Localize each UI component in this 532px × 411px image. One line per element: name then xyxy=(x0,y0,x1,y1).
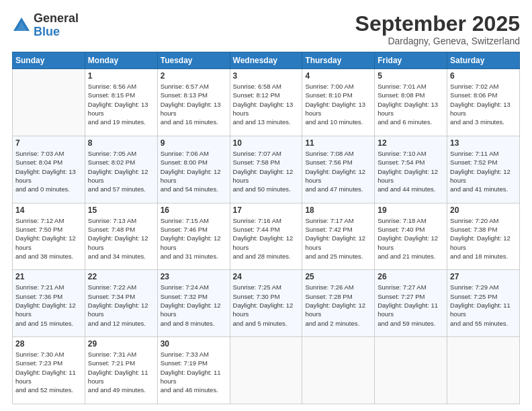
daylight-text-1: Daylight: Daylight: 12 hours xyxy=(161,234,227,252)
sunset-text: Sunset: 7:32 PM xyxy=(161,292,227,301)
sunset-text: Sunset: 8:10 PM xyxy=(305,91,371,99)
sunrise-text: Sunrise: 7:01 AM xyxy=(378,82,444,91)
sunrise-text: Sunrise: 7:21 AM xyxy=(15,283,82,291)
daylight-text-2: and and 47 minutes. xyxy=(305,185,371,193)
sunset-text: Sunset: 8:04 PM xyxy=(15,158,82,167)
daylight-text-2: and and 38 minutes. xyxy=(15,252,82,261)
daylight-text-1: Daylight: Daylight: 12 hours xyxy=(233,234,300,252)
sunset-text: Sunset: 7:34 PM xyxy=(88,292,154,301)
daylight-text-1: Daylight: Daylight: 13 hours xyxy=(450,100,517,118)
calendar-cell: 17Sunrise: 7:16 AMSunset: 7:44 PMDayligh… xyxy=(230,203,302,270)
daylight-text-1: Daylight: Daylight: 13 hours xyxy=(88,100,154,118)
daylight-text-2: and and 57 minutes. xyxy=(88,185,154,193)
day-number: 18 xyxy=(305,205,371,215)
sunset-text: Sunset: 8:15 PM xyxy=(88,91,154,99)
day-number: 26 xyxy=(378,272,444,281)
calendar-cell: 18Sunrise: 7:17 AMSunset: 7:42 PMDayligh… xyxy=(302,203,375,270)
daylight-text-1: Daylight: Daylight: 12 hours xyxy=(305,301,371,319)
sunset-text: Sunset: 7:48 PM xyxy=(88,225,154,234)
sunset-text: Sunset: 8:06 PM xyxy=(450,91,517,99)
calendar-cell: 20Sunrise: 7:20 AMSunset: 7:38 PMDayligh… xyxy=(447,203,520,270)
daylight-text-1: Daylight: Daylight: 12 hours xyxy=(378,234,444,252)
sunset-text: Sunset: 7:23 PM xyxy=(15,359,82,367)
sunrise-text: Sunrise: 7:12 AM xyxy=(15,216,82,225)
calendar-week-row: 14Sunrise: 7:12 AMSunset: 7:50 PMDayligh… xyxy=(13,203,520,270)
sunrise-text: Sunrise: 7:27 AM xyxy=(378,283,444,291)
day-number: 6 xyxy=(450,71,517,81)
daylight-text-2: and and 6 minutes. xyxy=(378,118,444,126)
calendar-cell: 21Sunrise: 7:21 AMSunset: 7:36 PMDayligh… xyxy=(13,270,85,337)
daylight-text-1: Daylight: Daylight: 13 hours xyxy=(305,100,371,118)
sunset-text: Sunset: 7:56 PM xyxy=(305,158,371,167)
daylight-text-1: Daylight: Daylight: 11 hours xyxy=(378,301,444,319)
day-number: 16 xyxy=(161,205,227,215)
logo-icon xyxy=(12,16,31,35)
daylight-text-1: Daylight: Daylight: 13 hours xyxy=(15,167,82,185)
day-number: 13 xyxy=(450,138,517,148)
calendar-table: SundayMondayTuesdayWednesdayThursdayFrid… xyxy=(12,52,520,404)
daylight-text-2: and and 52 minutes. xyxy=(15,385,82,394)
calendar-header-thursday: Thursday xyxy=(302,52,375,69)
calendar-cell: 3Sunrise: 6:58 AMSunset: 8:12 PMDaylight… xyxy=(230,69,302,136)
calendar-header-monday: Monday xyxy=(85,52,157,69)
daylight-text-2: and and 31 minutes. xyxy=(161,252,227,261)
calendar-cell: 29Sunrise: 7:31 AMSunset: 7:21 PMDayligh… xyxy=(85,337,157,404)
sunset-text: Sunset: 7:42 PM xyxy=(305,225,371,234)
sunset-text: Sunset: 8:00 PM xyxy=(161,158,227,167)
sunrise-text: Sunrise: 7:31 AM xyxy=(88,350,154,359)
calendar-cell: 12Sunrise: 7:10 AMSunset: 7:54 PMDayligh… xyxy=(375,136,447,203)
daylight-text-2: and and 54 minutes. xyxy=(161,185,227,193)
daylight-text-1: Daylight: Daylight: 11 hours xyxy=(88,368,154,386)
sunrise-text: Sunrise: 7:18 AM xyxy=(378,216,444,225)
sunset-text: Sunset: 7:44 PM xyxy=(233,225,300,234)
sunrise-text: Sunrise: 7:00 AM xyxy=(305,82,371,91)
sunrise-text: Sunrise: 7:02 AM xyxy=(450,82,517,91)
sunrise-text: Sunrise: 7:13 AM xyxy=(88,216,154,225)
calendar-header-tuesday: Tuesday xyxy=(157,52,230,69)
calendar-cell: 23Sunrise: 7:24 AMSunset: 7:32 PMDayligh… xyxy=(157,270,230,337)
calendar-cell xyxy=(230,337,302,404)
sunset-text: Sunset: 7:52 PM xyxy=(450,158,517,167)
daylight-text-2: and and 2 minutes. xyxy=(305,319,371,328)
daylight-text-2: and and 3 minutes. xyxy=(450,118,517,126)
calendar-cell xyxy=(375,337,447,404)
daylight-text-2: and and 0 minutes. xyxy=(15,185,82,193)
calendar-cell xyxy=(302,337,375,404)
sunrise-text: Sunrise: 7:05 AM xyxy=(88,149,154,158)
daylight-text-1: Daylight: Daylight: 12 hours xyxy=(161,301,227,319)
logo-general: General xyxy=(34,12,79,26)
logo-blue: Blue xyxy=(34,26,79,39)
day-number: 23 xyxy=(161,272,227,281)
calendar-cell: 15Sunrise: 7:13 AMSunset: 7:48 PMDayligh… xyxy=(85,203,157,270)
sunset-text: Sunset: 7:40 PM xyxy=(378,225,444,234)
calendar-cell: 26Sunrise: 7:27 AMSunset: 7:27 PMDayligh… xyxy=(375,270,447,337)
sunset-text: Sunset: 7:30 PM xyxy=(233,292,300,301)
title-block: September 2025 Dardagny, Geneva, Switzer… xyxy=(355,12,520,46)
daylight-text-2: and and 21 minutes. xyxy=(378,252,444,261)
month-title: September 2025 xyxy=(355,12,520,36)
sunrise-text: Sunrise: 7:26 AM xyxy=(305,283,371,291)
day-number: 19 xyxy=(378,205,444,215)
daylight-text-1: Daylight: Daylight: 12 hours xyxy=(161,167,227,185)
daylight-text-1: Daylight: Daylight: 12 hours xyxy=(305,234,371,252)
daylight-text-2: and and 50 minutes. xyxy=(233,185,300,193)
daylight-text-1: Daylight: Daylight: 12 hours xyxy=(15,301,82,319)
sunset-text: Sunset: 7:58 PM xyxy=(233,158,300,167)
sunset-text: Sunset: 7:28 PM xyxy=(305,292,371,301)
day-number: 20 xyxy=(450,205,517,215)
calendar-cell: 19Sunrise: 7:18 AMSunset: 7:40 PMDayligh… xyxy=(375,203,447,270)
daylight-text-2: and and 28 minutes. xyxy=(233,252,300,261)
sunrise-text: Sunrise: 7:25 AM xyxy=(233,283,300,291)
calendar-header-saturday: Saturday xyxy=(447,52,520,69)
day-number: 2 xyxy=(161,71,227,81)
daylight-text-1: Daylight: Daylight: 12 hours xyxy=(305,167,371,185)
day-number: 14 xyxy=(15,205,82,215)
sunrise-text: Sunrise: 6:57 AM xyxy=(161,82,227,91)
day-number: 22 xyxy=(88,272,154,281)
daylight-text-2: and and 19 minutes. xyxy=(88,118,154,126)
calendar-cell xyxy=(13,69,85,136)
calendar-cell xyxy=(447,337,520,404)
sunrise-text: Sunrise: 7:08 AM xyxy=(305,149,371,158)
sunset-text: Sunset: 8:08 PM xyxy=(378,91,444,99)
calendar-cell: 1Sunrise: 6:56 AMSunset: 8:15 PMDaylight… xyxy=(85,69,157,136)
